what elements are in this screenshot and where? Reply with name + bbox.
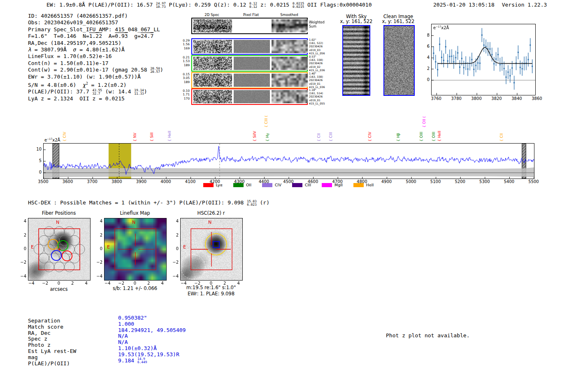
info-line: F=1.6" T=0.146 N=1.22 A=0.93 g=24.7 xyxy=(28,33,163,39)
spec2d-image xyxy=(193,19,232,32)
compass-n: N xyxy=(132,220,135,225)
stacked-fraction: 14.96.449 xyxy=(137,357,147,364)
info-line: Cont(w) = 2.90(±0.01)e-17 (gmag 20.58 20… xyxy=(28,67,163,74)
emission-line-label: { CII xyxy=(499,133,504,141)
axis-tick-label: 4400 xyxy=(256,179,271,184)
match-row-label: Est LyA rest-EW xyxy=(28,348,76,354)
axis-tick-label: 8 xyxy=(422,33,430,37)
emission-line-label: { Hβ xyxy=(396,133,401,141)
axis-tick-label: 3900 xyxy=(134,179,149,184)
emission-line-label: { OIII xyxy=(431,132,436,141)
spec2d-column-header: 2D Spec xyxy=(193,13,230,17)
smoothed-image xyxy=(272,90,308,103)
axis-tick-label: 4300 xyxy=(232,179,247,184)
axis-tick-label: −4 xyxy=(94,274,102,278)
axis-tick-label: 3860 xyxy=(530,96,543,101)
emission-line-label: { Hγ xyxy=(265,133,270,141)
axis-tick-label: 2 xyxy=(94,233,102,237)
compass-n: N xyxy=(56,220,59,225)
axis-tick-label: 2 xyxy=(67,281,77,285)
info-line: λ = 3807.99Å σ = 4.80(±1.62)Å xyxy=(28,46,163,53)
fiber-cutout-row xyxy=(191,88,308,105)
axis-tick-label: 0 xyxy=(94,246,102,251)
emission-line-label: { OIII xyxy=(419,132,424,141)
info-line: P(LAE)/P(OII): 37.7 43.5532.7 (w: 14.4 1… xyxy=(28,88,163,95)
flux-unit-label: e−17x2Å xyxy=(44,137,60,142)
elixer-report: EW: 1.9±0.8Å P(LAE)/P(OII): 16.57 24.971… xyxy=(0,0,576,392)
panel-caption: EWr: 1. PLAE: 9.098 xyxy=(170,291,252,297)
axis-tick-label: 4200 xyxy=(207,179,222,184)
fiber-annotation: 1.40"(163, 338)20230426v019_01415_LL_036 xyxy=(309,72,334,89)
info-line: LineFlux = 1.70(±0.52)e-16 xyxy=(28,53,163,60)
compass-e: E xyxy=(183,244,186,250)
axis-tick-label: 4 xyxy=(422,55,430,60)
photz-note: Phot z plot not available. xyxy=(386,332,470,339)
axis-tick-label: 2 xyxy=(422,66,430,71)
spec2d-column-header: Smoothed xyxy=(271,13,308,17)
axis-tick-label: 4500 xyxy=(281,179,296,184)
axis-tick-label: −4 xyxy=(179,281,188,285)
emission-line-label: { OII ( xyxy=(422,116,427,128)
fiber-weights-label: 0.211.53189 xyxy=(175,56,190,67)
match-row-label: Match score xyxy=(28,324,63,330)
stacked-fraction: 20.5820.57 xyxy=(150,67,160,74)
fiber-weights-label: 0.101.71170 xyxy=(175,89,190,100)
spec2d-image xyxy=(193,57,232,70)
compass-e: E xyxy=(31,244,34,250)
match-row-label: RA, Dec xyxy=(28,330,51,336)
emission-line-label: { CIV xyxy=(367,132,372,141)
info-line: Cont(n) = 1.50(±0.11)e-17 xyxy=(28,60,163,67)
spec2d-image xyxy=(193,90,232,103)
emission-line-label: { CII xyxy=(316,133,321,141)
fiber-cutout-row xyxy=(191,18,308,34)
smoothed-image xyxy=(272,40,308,53)
stacked-fraction: 19.1411.33 xyxy=(134,89,144,95)
axis-tick-label: 2 xyxy=(170,233,179,237)
fiber-cutout-row xyxy=(191,38,308,55)
panel-title: Lineflux Map xyxy=(104,210,166,216)
axis-tick-label: −4 xyxy=(170,274,179,278)
detection-info-block: ID: 4026651357 (4026651357.pdf)Obs: 2023… xyxy=(28,13,163,102)
axis-tick-label: 5100 xyxy=(428,179,443,184)
line-fit-canvas xyxy=(431,24,536,95)
stacked-fraction: 0.120.12 xyxy=(249,2,257,9)
clean-image xyxy=(383,25,415,96)
panel-caption: m:19.5 re:1.6" s:1.0" xyxy=(170,285,252,290)
match-row-label: mag xyxy=(28,354,37,360)
axis-tick-label: 6 xyxy=(422,44,430,49)
pixel-flat-image xyxy=(234,57,270,70)
panel-coords: x, y: 161, 522 xyxy=(378,19,419,24)
axis-tick-label: 4900 xyxy=(379,179,394,184)
info-line: EWr = 3.70(±1.10) (w: 1.90(±0.57))Å xyxy=(28,74,163,80)
fiber-positions-image xyxy=(28,218,91,281)
axis-tick-label: 3780 xyxy=(450,96,463,101)
axis-tick-label: 5500 xyxy=(526,179,541,184)
axis-tick-label: −2 xyxy=(40,281,50,285)
emission-line-label: { SiIV xyxy=(252,131,257,141)
axis-tick-label: −2 xyxy=(94,260,102,264)
axis-label-arcsecs: arcsecs xyxy=(28,286,90,292)
axis-tick-label: 3820 xyxy=(490,96,503,101)
axis-tick-label: −2 xyxy=(193,281,202,285)
panel-caption: s/b: 1.21 +/- 0.066 xyxy=(98,285,172,291)
axis-tick-label: 4 xyxy=(81,281,91,285)
axis-tick-label: 5 xyxy=(34,158,42,163)
match-row-value: N/A xyxy=(118,339,128,345)
report-timestamp: 2025-01-20 13:05:18Version 1.22.3 xyxy=(433,2,547,8)
axis-tick-label: 0 xyxy=(18,246,26,251)
axis-tick-label: −4 xyxy=(102,281,112,285)
info-line: RA,Dec (184.295197,49.505215) xyxy=(28,40,163,46)
info-line: S/N = 4.8(±0.6) χ2 = 1.2(±0.2) xyxy=(28,81,163,89)
fiber-annotation: 0.53"(163, 338)20230426v019_02415_LL_036 xyxy=(309,55,334,72)
axis-tick-label: 4 xyxy=(18,219,26,223)
spec2d-image xyxy=(193,74,232,87)
axis-tick-label: −2 xyxy=(116,281,126,285)
fiber-weights-label: 0.291.56169 xyxy=(175,39,190,50)
match-row-value: 0.950382" xyxy=(118,315,147,321)
stacked-fraction: 15.036.023 xyxy=(247,200,256,206)
match-row-value: 184.294921, 49.505409 xyxy=(118,327,186,333)
smoothed-image xyxy=(272,19,308,32)
report-version: Version 1.22.3 xyxy=(502,2,547,8)
axis-tick-label: 3840 xyxy=(510,96,523,101)
axis-tick-label: 5200 xyxy=(453,179,467,184)
